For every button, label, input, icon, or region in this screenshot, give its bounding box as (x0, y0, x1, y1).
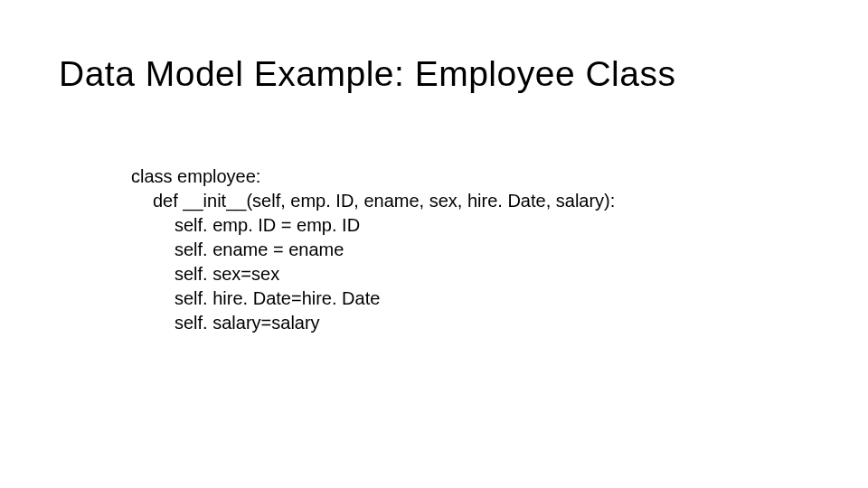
slide-title: Data Model Example: Employee Class (59, 54, 809, 94)
code-line-assign-ename: self. ename = ename (131, 238, 809, 262)
slide-container: Data Model Example: Employee Class class… (0, 0, 868, 488)
code-line-assign-empid: self. emp. ID = emp. ID (131, 213, 809, 238)
code-line-assign-salary: self. salary=salary (131, 311, 809, 335)
code-block: class employee: def __init__(self, emp. … (131, 164, 809, 335)
code-line-assign-hiredate: self. hire. Date=hire. Date (131, 286, 809, 311)
code-line-assign-sex: self. sex=sex (131, 262, 809, 286)
code-line-def: def __init__(self, emp. ID, ename, sex, … (131, 189, 809, 213)
code-line-class: class employee: (131, 164, 809, 189)
